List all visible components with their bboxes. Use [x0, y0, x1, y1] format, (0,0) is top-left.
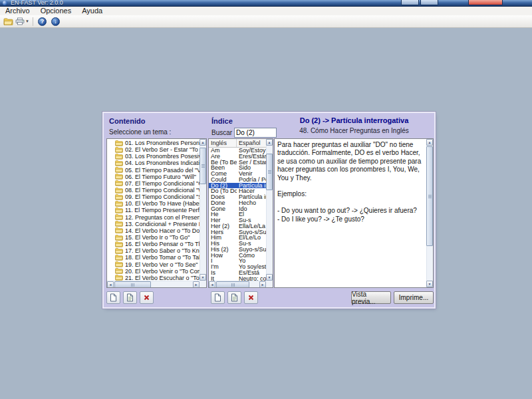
vocab-table: Inglés Español AmSoy/EstoyAreEres/Estás/…	[208, 138, 273, 288]
scrollbar-corner	[200, 281, 206, 287]
vocab-spanish: Hacer	[237, 188, 266, 194]
help-button[interactable]: ?	[36, 16, 49, 27]
topic-list-item[interactable]: 16. El Verbo Pensar o "To Think"	[107, 241, 200, 247]
vocab-row[interactable]: BeenSido	[209, 165, 266, 171]
vocab-row[interactable]: AreEres/Estás/Son	[209, 154, 266, 160]
vocab-row[interactable]: I'mYo soy/estoy	[209, 264, 266, 270]
topics-vertical-scrollbar[interactable]: ▲ ▼	[200, 139, 206, 281]
search-input[interactable]	[234, 128, 277, 138]
topic-list-item[interactable]: 21. El Verbo Escuchar o "To Listen"	[107, 275, 200, 281]
edit-entry-button[interactable]	[227, 291, 241, 304]
vocab-row[interactable]: Her (2)Ella/Le/La	[209, 223, 266, 229]
scroll-left-arrow[interactable]: ◄	[209, 281, 215, 288]
vocab-row[interactable]: AmSoy/Estoy	[209, 148, 266, 154]
minimize-button[interactable]	[401, 0, 419, 5]
scrollbar-thumb[interactable]	[426, 146, 433, 246]
topic-list-item[interactable]: 05. El Tiempo Pasado del "Verb To Be"	[107, 167, 200, 174]
maximize-button[interactable]	[420, 0, 438, 5]
vocab-english: His	[209, 241, 237, 247]
folder-icon	[115, 154, 125, 160]
close-button[interactable]	[468, 0, 503, 5]
topic-list-item[interactable]: 20. El Verbo Venir o "To Come"	[107, 268, 200, 275]
topic-list-item[interactable]: 12. Preguntas con el Presente Perfecto	[107, 214, 200, 221]
topic-label: 19. El Verbo Ver o "To See"	[125, 261, 198, 268]
table-vertical-scrollbar[interactable]: ▲ ▼	[266, 139, 273, 281]
column-header-espanol[interactable]: Español	[237, 139, 266, 147]
topic-list-item[interactable]: 18. El Verbo Tomar o "To Take"	[107, 254, 200, 261]
vocab-row[interactable]: Be (To Be)Ser / Estar	[209, 160, 266, 166]
scroll-down-arrow[interactable]: ▼	[266, 274, 273, 281]
scrollbar-thumb[interactable]	[200, 148, 206, 184]
menu-archivo[interactable]: Archivo	[0, 7, 35, 15]
topic-list-item[interactable]: 01. Los Pronombres Personales	[107, 140, 200, 146]
topic-list-item[interactable]: 10. El Verbo To Have (Haber - Tener)	[107, 200, 200, 207]
new-entry-button[interactable]	[211, 291, 225, 304]
topic-list-item[interactable]: 15. El Verbo Ir o "To Go"	[107, 234, 200, 241]
vocab-english: Is	[209, 270, 237, 276]
topic-list-item[interactable]: 07. El Tiempo Condicional "Could"	[107, 180, 200, 187]
topic-list-item[interactable]: 13. Condicional + Presente Perfecto	[107, 221, 200, 227]
menu-ayuda[interactable]: Ayuda	[76, 7, 108, 15]
info-button[interactable]: ↓	[49, 16, 62, 27]
topic-list-item[interactable]: 14. El Verbo Hacer o "To Do"	[107, 227, 200, 234]
scrollbar-thumb[interactable]	[114, 281, 151, 288]
vocab-spanish: Yo	[237, 258, 266, 264]
topic-list-item[interactable]: 04. Los Pronombres Indicativos	[107, 160, 200, 166]
vocab-row[interactable]: Do (To Do)Hacer	[209, 188, 266, 194]
vocab-row[interactable]: HersSuyo-s/Suya-s	[209, 229, 266, 235]
scroll-up-arrow[interactable]: ▲	[200, 139, 206, 146]
vocab-row[interactable]: HerSu-s	[209, 217, 266, 223]
vocab-row[interactable]: DoneHecho	[209, 200, 266, 206]
vocab-row[interactable]: IYo	[209, 258, 266, 264]
topic-list-item[interactable]: 17. El Verbo Saber o "To Know"	[107, 247, 200, 254]
topic-list-item[interactable]: 08. El Tiempo Condicional "Would"	[107, 187, 200, 194]
open-folder-button[interactable]	[2, 16, 15, 27]
scroll-down-arrow[interactable]: ▼	[426, 281, 433, 287]
print-button[interactable]: ▼	[15, 16, 29, 27]
vocab-row[interactable]: DoesPartícula interrogativa	[209, 194, 266, 200]
topic-list-item[interactable]: 06. El Tiempo Futuro "Will"	[107, 174, 200, 180]
topics-horizontal-scrollbar[interactable]: ◄ ►	[107, 281, 200, 287]
topic-list-item[interactable]: 19. El Verbo Ver o "To See"	[107, 261, 200, 268]
vocab-english: Been	[209, 165, 237, 171]
column-header-ingles[interactable]: Inglés	[209, 139, 237, 147]
scroll-right-arrow[interactable]: ►	[259, 281, 266, 288]
vocab-spanish: Yo soy/estoy	[237, 264, 266, 270]
topic-list-item[interactable]: 03. Los Pronombres Posesivos	[107, 153, 200, 160]
topic-list-item[interactable]: 11. El Tiempo Presente Perfecto	[107, 207, 200, 213]
print-dropdown-arrow[interactable]: ▼	[25, 19, 29, 23]
topic-list-item[interactable]: 09. El Tiempo Condicional "Should"	[107, 194, 200, 200]
new-topic-button[interactable]	[106, 291, 120, 304]
edit-topic-button[interactable]	[123, 291, 137, 304]
table-horizontal-scrollbar[interactable]: ◄ ►	[209, 281, 266, 287]
vocab-row[interactable]: HisSu-s	[209, 241, 266, 247]
vocab-row[interactable]: HeÉl	[209, 211, 266, 217]
topic-list-item[interactable]: 02. El Verbo Ser - Estar "To Be"	[107, 146, 200, 153]
scrollbar-thumb[interactable]	[216, 281, 249, 288]
scroll-up-arrow[interactable]: ▲	[266, 139, 273, 146]
scroll-left-arrow[interactable]: ◄	[107, 281, 114, 288]
vocab-row[interactable]: HimEl/Le/Lo	[209, 235, 266, 241]
preview-button[interactable]: Vista previa...	[351, 291, 391, 304]
scroll-up-arrow[interactable]: ▲	[426, 139, 433, 146]
vocab-english: It	[209, 276, 237, 281]
vocab-row[interactable]: HowCómo	[209, 253, 266, 259]
print-action-button[interactable]: Imprime...	[394, 291, 434, 304]
vocab-row[interactable]: His (2)Suyo-s/Suya-s	[209, 247, 266, 253]
scroll-right-arrow[interactable]: ►	[193, 281, 200, 288]
topic-label: 11. El Tiempo Presente Perfecto	[125, 207, 200, 213]
delete-topic-button[interactable]	[140, 291, 154, 304]
vocab-row[interactable]: IsEs/Está	[209, 270, 266, 276]
scroll-down-arrow[interactable]: ▼	[200, 274, 206, 281]
edit-document-icon	[231, 293, 238, 302]
scrollbar-thumb[interactable]	[266, 154, 273, 190]
folder-icon	[115, 221, 125, 227]
vocab-row[interactable]: ComeVenir	[209, 171, 266, 177]
vocab-row[interactable]: GoneIdo	[209, 206, 266, 212]
vocab-row[interactable]: ItNeutro: cosa	[209, 276, 266, 281]
detail-vertical-scrollbar[interactable]: ▲ ▼	[426, 139, 433, 287]
delete-entry-button[interactable]	[244, 291, 258, 304]
vocab-row[interactable]: CouldPodría / Podrías	[209, 177, 266, 183]
menu-opciones[interactable]: Opciones	[35, 7, 76, 15]
vocab-row[interactable]: Do (2)Partícula interrogativa	[209, 183, 266, 189]
